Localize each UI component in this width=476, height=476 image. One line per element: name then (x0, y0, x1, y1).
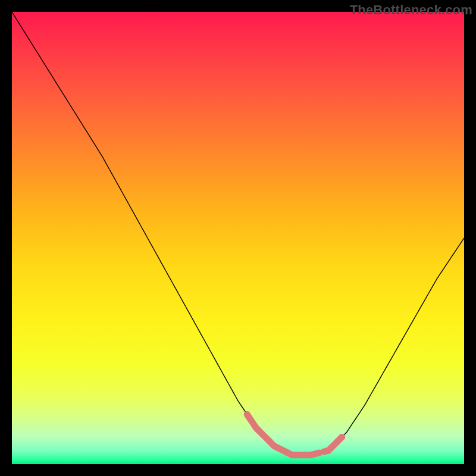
chart-stage: TheBottleneck.com (0, 0, 476, 476)
valley-right-marker (324, 437, 342, 452)
curve-svg (12, 12, 464, 464)
bottleneck-curve (12, 12, 464, 455)
valley-left-marker (247, 414, 274, 446)
plot-area (12, 12, 464, 464)
watermark-text: TheBottleneck.com (350, 2, 472, 18)
valley-floor-marker (274, 446, 320, 455)
